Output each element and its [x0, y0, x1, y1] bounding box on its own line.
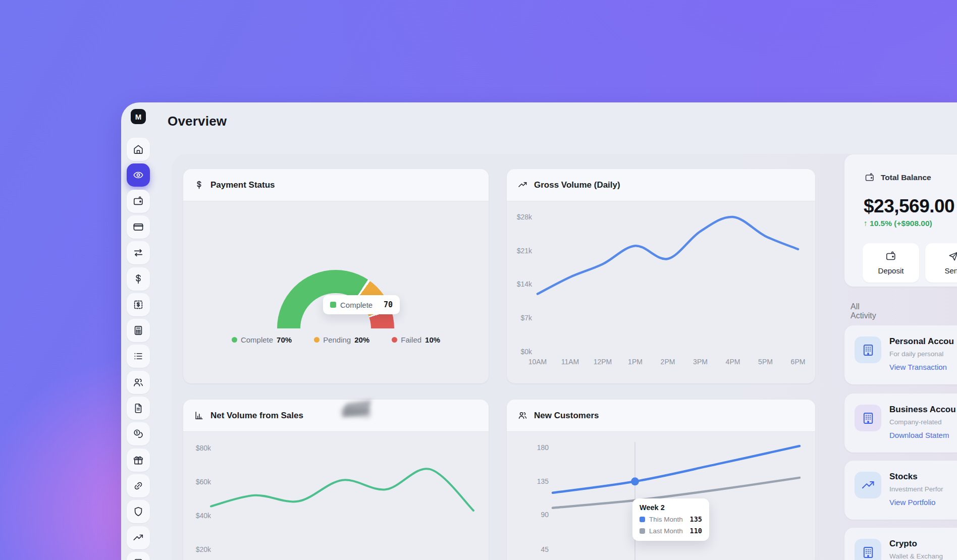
tooltip-label: Complete [340, 301, 373, 309]
legend-swatch [232, 337, 237, 343]
sidebar-item-overview[interactable] [127, 163, 150, 187]
legend-value: 70% [277, 335, 292, 344]
trending-up-icon [133, 532, 144, 543]
x-axis-tick: 6PM [791, 358, 806, 366]
y-axis-tick: $20k [196, 545, 211, 553]
sidebar-item-coins[interactable] [127, 422, 150, 445]
y-axis-tick: $21k [517, 247, 533, 255]
send-button[interactable]: Send [925, 243, 957, 283]
deposit-button[interactable]: Deposit [863, 243, 919, 283]
sidebar-item-payments[interactable] [127, 267, 150, 291]
x-axis-tick: 2PM [661, 358, 675, 366]
sidebar-item-rewards[interactable] [127, 449, 150, 472]
arrows-swap-icon [133, 247, 144, 258]
sidebar-item-wallet[interactable] [127, 190, 150, 213]
balance-change: ↑ 10.5% (+$908.00) [864, 219, 932, 228]
home-icon [133, 144, 144, 155]
y-axis-tick: 180 [537, 443, 549, 452]
activity-link[interactable]: View Transaction [889, 363, 947, 371]
legend-label: Failed [401, 335, 421, 344]
y-axis-tick: $7k [520, 314, 533, 322]
series-line-net-sales [211, 469, 473, 511]
x-axis-tick: 10AM [528, 358, 547, 366]
y-axis-tick: $0k [520, 348, 533, 356]
legend-swatch [314, 337, 320, 343]
payment-status-card: Payment Status Complete 70 Complete70%Pe… [183, 169, 489, 383]
x-axis-tick: 11AM [561, 358, 579, 366]
y-axis-tick: $60k [196, 478, 211, 486]
activity-subtitle: For daily personal [889, 350, 943, 358]
week2-tooltip: Week 2 This Month 135 Last Month 110 [632, 498, 709, 541]
sidebar-item-invoices[interactable] [127, 293, 150, 316]
receipt-dollar-icon [133, 299, 144, 310]
tooltip-title: Week 2 [640, 503, 702, 512]
activity-subtitle: Wallet & Exchang [889, 552, 943, 560]
sidebar-item-transactions[interactable] [127, 345, 150, 368]
net-volume-card: Net Volume from Sales $80k$60k$40k$20k [183, 400, 489, 560]
deposit-label: Deposit [878, 266, 904, 275]
shield-icon [133, 506, 144, 517]
building-icon [855, 337, 881, 363]
activity-subtitle: Company-related [889, 418, 942, 426]
activity-link[interactable]: View Portfolio [889, 498, 935, 507]
coins-icon [133, 428, 144, 439]
sidebar-item-home[interactable] [127, 138, 150, 161]
eye-icon [133, 170, 144, 181]
series-line-This Month [553, 446, 800, 493]
wallet-icon [865, 173, 875, 183]
payment-legend: Complete70%Pending20%Failed10% [183, 335, 489, 344]
all-activity-heading: All Activity [850, 302, 876, 320]
tooltip-row: Last Month 110 [640, 527, 702, 535]
building-icon [855, 405, 881, 431]
users-icon [133, 377, 144, 388]
tooltip-row: This Month 135 [640, 515, 702, 523]
sidebar-item-documents[interactable] [127, 397, 150, 420]
paper-plane-icon [948, 251, 957, 262]
link-icon [133, 480, 144, 491]
wallet-icon [885, 251, 896, 262]
tooltip-swatch [330, 302, 336, 308]
sidebar-item-cards[interactable] [127, 215, 150, 239]
gross-volume-card: Gross Volume (Daily) $28k$21k$14k$7k$0k1… [507, 169, 815, 383]
new-customers-card: New Customers 1801359045 Week 2 This Mon… [507, 400, 815, 560]
balance-amount: $23,569.00 [864, 196, 954, 217]
sidebar-item-customers[interactable] [127, 371, 150, 394]
activity-card-crypto: Crypto Wallet & Exchang [844, 528, 957, 560]
trending-up-icon [855, 472, 881, 498]
app-logo[interactable]: M [131, 109, 146, 124]
legend-item: Pending20% [314, 335, 369, 344]
building-icon [861, 411, 875, 425]
activity-title: Crypto [889, 539, 917, 549]
y-axis-tick: $40k [196, 512, 211, 520]
total-balance-card: Total Balance $23,569.00 ↑ 10.5% (+$908.… [844, 154, 957, 287]
x-axis-tick: 5PM [758, 358, 773, 366]
tooltip-value: 110 [690, 527, 702, 535]
y-axis-tick: 135 [537, 477, 549, 485]
tooltip-swatch [640, 528, 645, 534]
sidebar-item-devices[interactable] [127, 552, 150, 560]
y-axis-tick: $28k [517, 213, 533, 221]
credit-card-icon [133, 221, 144, 233]
activity-title: Stocks [889, 472, 918, 482]
desktop-background: { "app": { "logo_letter": "M", "page_tit… [0, 0, 957, 560]
sidebar-item-calculator[interactable] [127, 319, 150, 342]
y-axis-tick: $80k [196, 444, 211, 452]
sidebar-item-security[interactable] [127, 500, 150, 523]
y-axis-tick: 90 [541, 511, 549, 519]
tablet-icon [133, 558, 144, 560]
card-title: Payment Status [210, 180, 275, 190]
gauge-tooltip: Complete 70 [323, 295, 400, 314]
sidebar-item-transfers[interactable] [127, 241, 150, 264]
legend-item: Failed10% [392, 335, 440, 344]
legend-label: Complete [241, 335, 273, 344]
sidebar-item-analytics[interactable] [127, 526, 150, 549]
x-axis-tick: 12PM [594, 358, 612, 366]
activity-link[interactable]: Download Statem [889, 431, 949, 439]
series-line-volume [538, 217, 798, 294]
balance-label: Total Balance [881, 173, 931, 182]
sidebar-item-integrations[interactable] [127, 474, 150, 497]
legend-swatch [392, 337, 397, 343]
tooltip-value: 70 [384, 300, 393, 309]
legend-value: 20% [354, 335, 369, 344]
dashboard-panel: M Overview Payment Status Complete 70 Co… [121, 102, 957, 560]
